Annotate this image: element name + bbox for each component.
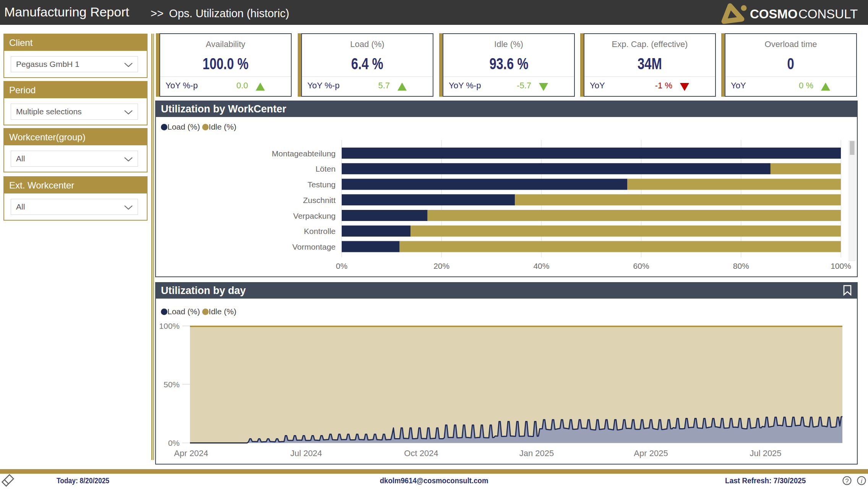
svg-text:Apr 2025: Apr 2025 <box>634 448 668 458</box>
svg-text:20%: 20% <box>433 262 449 270</box>
svg-text:Löten: Löten <box>315 164 336 173</box>
svg-text:50%: 50% <box>164 380 180 389</box>
svg-text:Kontrolle: Kontrolle <box>304 227 336 236</box>
svg-text:100%: 100% <box>159 322 180 330</box>
svg-text:0%: 0% <box>336 262 347 270</box>
svg-text:Jul 2025: Jul 2025 <box>750 448 781 458</box>
svg-text:Montageabteilung: Montageabteilung <box>272 149 336 158</box>
svg-text:Jan 2025: Jan 2025 <box>519 448 554 458</box>
svg-text:80%: 80% <box>733 262 749 270</box>
svg-text:Testung: Testung <box>307 180 336 189</box>
svg-text:Apr 2024: Apr 2024 <box>174 448 208 458</box>
svg-text:0%: 0% <box>168 439 180 447</box>
svg-text:Vormontage: Vormontage <box>292 242 336 251</box>
svg-text:Jul 2024: Jul 2024 <box>290 448 322 458</box>
svg-text:Zuschnitt: Zuschnitt <box>303 196 336 205</box>
svg-text:100%: 100% <box>831 262 851 270</box>
svg-text:40%: 40% <box>533 262 549 270</box>
svg-text:Verpackung: Verpackung <box>293 211 336 220</box>
svg-text:60%: 60% <box>633 262 649 270</box>
svg-text:Oct 2024: Oct 2024 <box>404 448 438 458</box>
